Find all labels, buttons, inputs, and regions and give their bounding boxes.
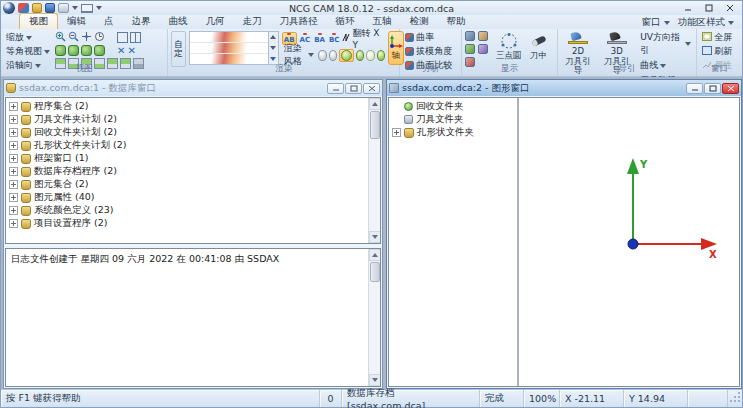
tab-view[interactable]: 视图 <box>19 13 58 29</box>
hidden-line-view-icon[interactable] <box>81 45 92 56</box>
flip-icon[interactable] <box>342 33 350 44</box>
minimize-button[interactable] <box>327 83 344 94</box>
refresh-button[interactable]: 刷新 <box>700 45 739 58</box>
tree-item-recycle-folder[interactable]: 回收文件夹 <box>389 100 517 113</box>
chevron-down-icon[interactable] <box>96 6 102 10</box>
customize-render-button[interactable]: 自定 <box>171 31 186 67</box>
display-curves-icon[interactable] <box>478 44 488 54</box>
display-boundaries-icon[interactable] <box>465 44 475 54</box>
zoom-extents-icon[interactable]: ✕ <box>117 45 125 56</box>
expand-icon[interactable] <box>9 141 18 150</box>
tree-scrollbar[interactable] <box>368 98 380 243</box>
tree-item-project-settings[interactable]: 项目设置程序 (2) <box>6 217 367 230</box>
viewport-single-icon[interactable] <box>117 32 128 43</box>
render-flat-icon[interactable] <box>318 50 326 61</box>
expand-icon[interactable] <box>9 219 18 228</box>
tab-inspect[interactable]: 检测 <box>401 14 438 29</box>
scroll-up-icon[interactable] <box>369 249 381 261</box>
zoom-in-icon[interactable] <box>55 31 66 44</box>
tree-item-frame-window[interactable]: 框架窗口 (1) <box>6 152 367 165</box>
close-button[interactable] <box>363 83 380 94</box>
previous-view-icon[interactable] <box>94 31 105 44</box>
expand-icon[interactable] <box>9 115 18 124</box>
zoom-dropdown[interactable]: 缩放 <box>4 31 52 44</box>
display-surfaces-icon[interactable] <box>465 31 475 41</box>
close-button[interactable] <box>720 2 740 14</box>
expand-icon[interactable] <box>9 193 18 202</box>
scroll-thumb[interactable] <box>370 111 380 139</box>
log-scrollbar[interactable] <box>368 249 380 386</box>
zoom-out-icon[interactable] <box>68 31 79 44</box>
minimize-button[interactable] <box>678 2 698 14</box>
expand-icon[interactable] <box>9 154 18 163</box>
tab-geometry[interactable]: 几何 <box>197 14 234 29</box>
three-point-circle-button[interactable]: 三点圆 <box>494 31 524 61</box>
expand-icon[interactable] <box>9 206 18 215</box>
resize-grip[interactable] <box>728 390 742 407</box>
ribbon-style-menu[interactable]: 功能区样式 <box>678 16 735 29</box>
save-icon[interactable] <box>45 3 55 13</box>
tab-toolpath[interactable]: 刀具路径 <box>271 14 327 29</box>
tab-help[interactable]: 帮助 <box>438 14 475 29</box>
graphics-viewport[interactable]: Y X <box>519 98 739 386</box>
edit-icon[interactable] <box>18 3 29 13</box>
tab-curve[interactable]: 曲线 <box>160 14 197 29</box>
tree-item-archive-programs[interactable]: 数据库存档程序 (2) <box>6 165 367 178</box>
tree-item-programs[interactable]: 程序集合 (2) <box>6 100 367 113</box>
render-shaded-edges-icon[interactable] <box>356 50 364 61</box>
graphics-window-titlebar[interactable]: ssdax.com.dca:2 - 图形窗口 <box>387 80 741 96</box>
tree-item-entity-sets[interactable]: 图元集合 (2) <box>6 178 367 191</box>
expand-icon[interactable] <box>9 167 18 176</box>
render-wire-icon[interactable] <box>329 50 337 61</box>
maximize-button[interactable] <box>704 83 721 94</box>
shaded-view-icon[interactable] <box>55 45 66 56</box>
wireframe-view-icon[interactable] <box>68 45 79 56</box>
curvature-button[interactable]: 曲率 <box>403 31 458 44</box>
database-window-titlebar[interactable]: ssdax.com.dca:1 - 数据库窗口 <box>4 80 382 96</box>
close-button[interactable] <box>722 83 739 94</box>
scroll-up-icon[interactable] <box>369 98 381 110</box>
tree-item-recycle-folders[interactable]: 回收文件夹计划 (2) <box>6 126 367 139</box>
gallery-down-icon[interactable] <box>270 46 276 50</box>
minimize-button[interactable] <box>686 83 703 94</box>
chevron-down-icon[interactable] <box>72 6 78 10</box>
database-window[interactable]: ssdax.com.dca:1 - 数据库窗口 程序集合 (2) 刀具文件夹计划… <box>3 79 383 389</box>
maximize-button[interactable] <box>345 83 362 94</box>
expand-icon[interactable] <box>392 128 401 137</box>
scroll-down-icon[interactable] <box>369 231 381 243</box>
lock-icon[interactable] <box>32 3 42 13</box>
viewport-split-icon[interactable] <box>130 32 141 43</box>
scroll-thumb[interactable] <box>370 262 380 282</box>
render-style-gallery[interactable] <box>189 31 269 65</box>
tree-item-entity-attributes[interactable]: 图元属性 (40) <box>6 191 367 204</box>
isometric-view-dropdown[interactable]: 等角视图 <box>4 45 52 58</box>
monitor-icon[interactable] <box>81 4 93 13</box>
render-translucent-icon[interactable] <box>366 50 374 61</box>
pan-icon[interactable] <box>81 31 92 44</box>
render-style-preview[interactable] <box>190 32 268 43</box>
expand-icon[interactable] <box>9 128 18 137</box>
tab-boundary[interactable]: 边界 <box>123 14 160 29</box>
tab-edit[interactable]: 编辑 <box>58 14 95 29</box>
window-menu[interactable]: 窗口 <box>642 16 670 29</box>
zoom-selected-icon[interactable]: ✕ <box>127 45 135 56</box>
expand-icon[interactable] <box>9 102 18 111</box>
expand-icon[interactable] <box>9 180 18 189</box>
draft-angle-button[interactable]: 拔模角度 <box>403 45 458 58</box>
maximize-button[interactable] <box>699 2 719 14</box>
tree-item-hole-folder[interactable]: 孔形状文件夹 <box>389 126 517 139</box>
tool-center-button[interactable]: 刀中 <box>528 31 550 61</box>
pair-bc-icon[interactable]: BC <box>328 33 340 44</box>
render-shaded-selected[interactable] <box>339 49 354 62</box>
gallery-more-icon[interactable] <box>270 57 276 61</box>
tree-item-hole-folders[interactable]: 孔形状文件夹计划 (2) <box>6 139 367 152</box>
tree-item-tool-folders[interactable]: 刀具文件夹计划 (2) <box>6 113 367 126</box>
display-points-icon[interactable] <box>478 31 488 41</box>
tab-passes[interactable]: 走刀 <box>234 14 271 29</box>
translucent-view-icon[interactable] <box>94 45 105 56</box>
scroll-down-icon[interactable] <box>369 374 381 386</box>
tab-point[interactable]: 点 <box>95 14 123 29</box>
print-icon[interactable] <box>58 3 69 13</box>
fullscreen-button[interactable]: 全屏 <box>700 31 739 44</box>
gallery-up-icon[interactable] <box>270 35 276 39</box>
